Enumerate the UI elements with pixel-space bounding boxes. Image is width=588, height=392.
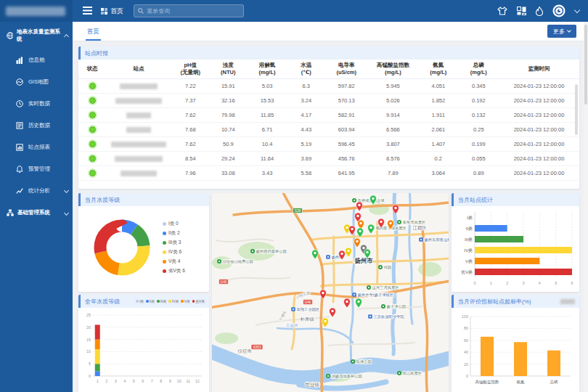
cell-value: 0.132 <box>459 107 499 122</box>
svg-text:世业镇: 世业镇 <box>305 382 319 387</box>
sidebar-system-title[interactable]: 地表水质量监测系统 <box>0 22 73 49</box>
legend-item[interactable]: I类 <box>136 299 144 303</box>
road-shield: S353 <box>251 345 263 350</box>
bar-II类 <box>475 225 507 232</box>
svg-text:高锰酸盐指数: 高锰酸盐指数 <box>475 380 500 385</box>
legend-item[interactable]: V类 4 <box>163 258 185 265</box>
legend-item[interactable]: IV类 6 <box>163 249 185 256</box>
gis-map[interactable]: G40G40S28S353 扬州市江都区仪征市朴席镇世业镇古运河沪陕高速宁通线扬… <box>212 193 449 392</box>
road-shield: G40 <box>303 300 313 305</box>
svg-text:V类: V类 <box>465 259 473 264</box>
clock-icon <box>16 100 23 107</box>
cell-value: 4.051 <box>418 78 458 93</box>
left-chart-column: 当月水质等级 I类 0II类 2III类 3IV类 6V类 4劣V类 6 全年水… <box>78 193 209 392</box>
legend-item[interactable]: IV类 <box>168 299 179 303</box>
table-row: 7.6250.910.45.19596.453.8071.4070.199202… <box>78 136 579 151</box>
page-scrollbar[interactable] <box>584 22 588 392</box>
sidebar-item-4[interactable]: 站点报表 <box>0 136 73 158</box>
svg-text:6: 6 <box>142 379 144 383</box>
table-scrollbar[interactable] <box>575 84 578 135</box>
cell-value: 7.89 <box>368 166 418 180</box>
app-logo <box>0 0 73 22</box>
cell-value: 5.19 <box>287 136 325 151</box>
sidebar-item-3[interactable]: 历史数据 <box>0 115 73 136</box>
svg-text:1: 1 <box>490 281 492 285</box>
svg-text:G40: G40 <box>220 280 226 284</box>
station-name-redacted <box>111 142 166 147</box>
theme-shirt-icon[interactable] <box>497 7 507 15</box>
layout-panels-icon[interactable] <box>517 7 526 15</box>
sidebar-item-label: 历史数据 <box>28 122 50 129</box>
legend-item[interactable]: 劣V类 <box>192 299 205 303</box>
cell-value: 0.055 <box>459 151 499 166</box>
bar-氨氮 <box>514 342 527 376</box>
more-label: 更多 <box>553 28 565 36</box>
svg-text:12: 12 <box>195 379 200 383</box>
expand-chevron-down-icon <box>64 187 69 192</box>
avatar[interactable] <box>552 4 565 17</box>
station-report-panel: 站点时报 状态站点pH值(无量纲)浊度(NTU)溶解氧(mg/L)水温(℃)电导… <box>78 46 579 189</box>
sidebar-item-5[interactable]: 预警管理 <box>0 158 73 180</box>
svg-text:华翔工业园区: 华翔工业园区 <box>297 307 320 312</box>
sidebar-item-0[interactable]: 信息舱 <box>0 49 73 71</box>
hamburger-menu-icon[interactable] <box>83 4 92 17</box>
cell-value: 603.94 <box>325 122 368 136</box>
search-input[interactable] <box>147 8 234 15</box>
legend-item[interactable]: 劣V类 6 <box>163 268 185 274</box>
cell-value: 5.03 <box>247 78 287 93</box>
legend-item[interactable]: III类 <box>157 299 166 303</box>
stacked-bar-chart: 0510152025123456789101112 <box>81 309 206 388</box>
cell-value: 8.54 <box>171 151 209 166</box>
page-scrollbar-thumb[interactable] <box>584 25 587 105</box>
top-header: 首页 <box>0 0 588 22</box>
cell-value: 29.24 <box>209 151 247 166</box>
table-row: 7.6279.9811.854.17582.919.9141.9110.1322… <box>78 107 579 122</box>
tab-bar: 首页 更多 <box>73 22 588 41</box>
svg-text:运河三湾风景区: 运河三湾风景区 <box>372 285 400 290</box>
more-button[interactable]: 更多 <box>547 25 576 38</box>
redacted-link[interactable] <box>560 299 575 304</box>
cell-value: 10.74 <box>209 122 247 136</box>
svg-text:III类: III类 <box>465 237 473 242</box>
legend-item[interactable]: III类 3 <box>163 240 185 246</box>
svg-text:江苏旅游职业学院: 江苏旅游职业学院 <box>374 314 405 319</box>
tab-home[interactable]: 首页 <box>86 22 101 41</box>
menu-search[interactable] <box>134 4 244 17</box>
exceed-rate-panel: 当月评价指标站点超标率(%) 020406080100高锰酸盐指数氨氮总磷 <box>452 295 579 392</box>
cell-value: 33.08 <box>209 166 247 180</box>
svg-text:100: 100 <box>462 314 468 319</box>
station-name-redacted <box>115 98 162 104</box>
sidebar-item-base-system[interactable]: 基础管理系统 <box>0 202 73 224</box>
user-menu-chevron-down-icon[interactable] <box>574 7 580 12</box>
road-shield: G40 <box>219 279 229 285</box>
cell-value: 15.91 <box>209 78 247 93</box>
svg-text:0: 0 <box>466 374 468 378</box>
cell-value: 1.407 <box>418 136 458 151</box>
cell-value: 0.2 <box>418 151 458 166</box>
legend-item[interactable]: II类 2 <box>163 230 185 237</box>
map-canvas[interactable]: G40G40S28S353 扬州市江都区仪征市朴席镇世业镇古运河沪陕高速宁通线扬… <box>212 193 449 392</box>
cell-value: 10.4 <box>247 136 287 151</box>
legend-item[interactable]: V类 <box>181 299 190 303</box>
station-report-table: 状态站点pH值(无量纲)浊度(NTU)溶解氧(mg/L)水温(℃)电导率(uS/… <box>78 60 579 181</box>
svg-text:10: 10 <box>86 349 91 354</box>
svg-text:80: 80 <box>464 326 468 330</box>
cell-time: 2024-01-23 12:00:00 <box>499 122 579 136</box>
svg-text:茱萸湾风景区: 茱萸湾风景区 <box>403 220 426 225</box>
legend-item[interactable]: II类 <box>146 299 155 303</box>
sitemap-icon <box>7 209 14 216</box>
station-name-redacted <box>120 83 158 89</box>
history-icon <box>16 122 23 129</box>
cell-value: 79.98 <box>209 107 247 122</box>
sidebar-item-1[interactable]: GIS地图 <box>0 71 73 93</box>
cell-value: 5.945 <box>368 78 418 93</box>
sidebar-item-2[interactable]: 实时数据 <box>0 93 73 115</box>
cell-value: 6.566 <box>368 122 418 136</box>
flame-icon[interactable] <box>536 7 543 16</box>
column-header: 氨氮(mg/L) <box>418 60 458 78</box>
legend-item[interactable]: I类 0 <box>163 221 185 227</box>
status-dot-normal <box>89 155 96 162</box>
sidebar-item-6[interactable]: 统计分析 <box>0 180 73 202</box>
breadcrumb-home[interactable]: 首页 <box>101 7 123 16</box>
sidebar-menu: 信息舱GIS地图实时数据历史数据站点报表预警管理统计分析 <box>0 49 73 202</box>
